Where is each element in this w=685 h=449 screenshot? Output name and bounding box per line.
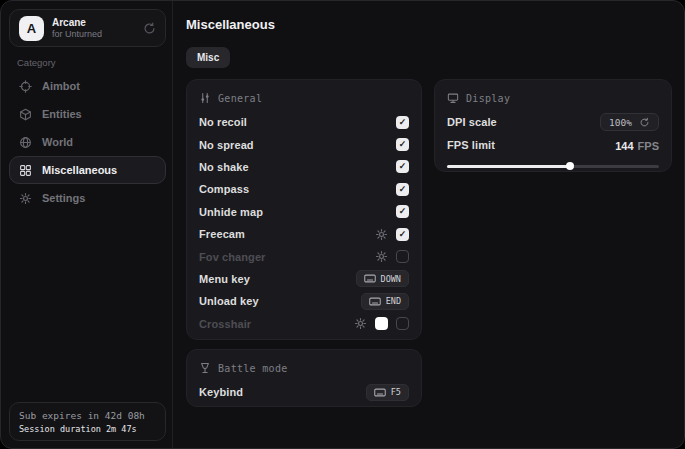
setting-label: No spread: [199, 139, 254, 151]
keyboard-icon: [364, 274, 376, 283]
goblet-icon: [199, 362, 211, 374]
main-content: Miscellaneous Misc GeneralNo recoil✓No s…: [174, 1, 684, 448]
gear-icon: [19, 192, 32, 205]
setting-row-dpi-scale: DPI scale100%: [447, 111, 659, 133]
setting-label: DPI scale: [447, 116, 497, 128]
panel-display: DisplayDPI scale100%FPS limit144FPS: [434, 79, 672, 172]
panel-header: Display: [447, 89, 659, 107]
keyboard-icon: [369, 297, 381, 306]
refresh-icon[interactable]: [143, 22, 156, 35]
sidebar-item-settings[interactable]: Settings: [9, 184, 166, 212]
slider-fps-limit[interactable]: [447, 165, 659, 168]
gear-icon[interactable]: [375, 228, 388, 241]
checkbox-fov-changer[interactable]: [396, 250, 409, 263]
sidebar-nav: AimbotEntitiesWorldMiscellaneousSettings: [9, 72, 166, 212]
subscription-status: Sub expires in 42d 08h Session duration …: [9, 402, 166, 441]
panel-header: General: [199, 89, 409, 107]
gear-icon[interactable]: [354, 317, 367, 330]
checkbox-crosshair[interactable]: [396, 317, 409, 330]
sub-expiry-text: Sub expires in 42d 08h: [19, 410, 156, 421]
refresh-icon: [639, 117, 650, 128]
row-controls: ✓: [396, 205, 409, 218]
setting-label: Compass: [199, 183, 249, 195]
keybind-unload-key[interactable]: END: [361, 293, 409, 310]
sidebar-item-label: Aimbot: [42, 80, 80, 92]
app-window: A Arcane for Unturned Category AimbotEnt…: [0, 0, 685, 449]
panel-battle-mode: Battle modeKeybindF5: [186, 349, 422, 407]
setting-row-fov-changer: Fov changer: [199, 245, 409, 267]
sidebar-item-label: Entities: [42, 108, 82, 120]
setting-row-no-spread: No spread✓: [199, 133, 409, 155]
setting-label: No shake: [199, 161, 249, 173]
setting-label: FPS limit: [447, 139, 495, 151]
keybind-value: END: [386, 296, 401, 306]
row-controls: ✓: [375, 228, 409, 241]
app-name: Arcane: [52, 17, 102, 29]
checkbox-unhide-map[interactable]: ✓: [396, 205, 409, 218]
row-controls: DOWN: [356, 270, 409, 287]
session-duration-text: Session duration 2m 47s: [19, 424, 156, 434]
category-label: Category: [17, 57, 56, 68]
sidebar-item-world[interactable]: World: [9, 128, 166, 156]
sidebar-item-label: World: [42, 136, 73, 148]
slider-knob[interactable]: [566, 162, 574, 170]
sidebar-item-label: Miscellaneous: [42, 164, 117, 176]
setting-label: Fov changer: [199, 251, 266, 263]
row-controls: F5: [366, 384, 409, 401]
checkbox-freecam[interactable]: ✓: [396, 228, 409, 241]
setting-row-fps-limit: FPS limit144FPS: [447, 133, 659, 155]
keybind-keybind[interactable]: F5: [366, 384, 409, 401]
setting-row-no-recoil: No recoil✓: [199, 111, 409, 133]
setting-row-freecam: Freecam✓: [199, 223, 409, 245]
setting-row-compass: Compass✓: [199, 178, 409, 200]
setting-row-keybind: KeybindF5: [199, 381, 409, 403]
panel-header: Battle mode: [199, 359, 409, 377]
setting-row-unload-key: Unload keyEND: [199, 290, 409, 312]
row-controls: [375, 250, 409, 263]
sidebar: A Arcane for Unturned Category AimbotEnt…: [1, 1, 173, 448]
sidebar-item-miscellaneous[interactable]: Miscellaneous: [9, 156, 166, 184]
app-title-block: Arcane for Unturned: [52, 17, 102, 39]
window-frame: A Arcane for Unturned Category AimbotEnt…: [0, 0, 685, 449]
row-controls: ✓: [396, 183, 409, 196]
sliders-icon: [199, 92, 211, 104]
tab-misc[interactable]: Misc: [186, 47, 230, 68]
panel-general: GeneralNo recoil✓No spread✓No shake✓Comp…: [186, 79, 422, 340]
app-subtitle: for Unturned: [52, 29, 102, 39]
checkbox-no-shake[interactable]: ✓: [396, 160, 409, 173]
sidebar-item-entities[interactable]: Entities: [9, 100, 166, 128]
stepper-dpi-scale[interactable]: 100%: [600, 113, 659, 131]
keybind-menu-key[interactable]: DOWN: [356, 270, 409, 287]
slider-fill: [447, 165, 570, 168]
setting-label: No recoil: [199, 116, 247, 128]
sidebar-header[interactable]: A Arcane for Unturned: [9, 9, 166, 47]
keybind-value: DOWN: [381, 274, 401, 284]
slider-value: 144FPS: [615, 136, 659, 154]
color-swatch[interactable]: [375, 317, 388, 330]
gear-icon[interactable]: [375, 250, 388, 263]
globe-icon: [19, 136, 32, 149]
setting-label: Freecam: [199, 228, 245, 240]
setting-label: Unload key: [199, 295, 259, 307]
sidebar-item-label: Settings: [42, 192, 85, 204]
grid-icon: [19, 164, 32, 177]
row-controls: ✓: [396, 160, 409, 173]
crosshair-icon: [19, 80, 32, 93]
panel-title: Battle mode: [218, 363, 288, 374]
row-controls: 144FPS: [615, 136, 659, 154]
panel-title: Display: [466, 93, 510, 104]
checkbox-no-recoil[interactable]: ✓: [396, 116, 409, 129]
monitor-icon: [447, 92, 459, 104]
setting-row-unhide-map: Unhide map✓: [199, 201, 409, 223]
setting-label: Unhide map: [199, 206, 263, 218]
checkbox-no-spread[interactable]: ✓: [396, 138, 409, 151]
keybind-value: F5: [391, 387, 401, 397]
row-controls: ✓: [396, 138, 409, 151]
row-controls: END: [361, 293, 409, 310]
row-controls: 100%: [600, 113, 659, 131]
panel-title: General: [218, 93, 262, 104]
sidebar-item-aimbot[interactable]: Aimbot: [9, 72, 166, 100]
setting-row-no-shake: No shake✓: [199, 156, 409, 178]
page-title: Miscellaneous: [186, 17, 275, 32]
checkbox-compass[interactable]: ✓: [396, 183, 409, 196]
